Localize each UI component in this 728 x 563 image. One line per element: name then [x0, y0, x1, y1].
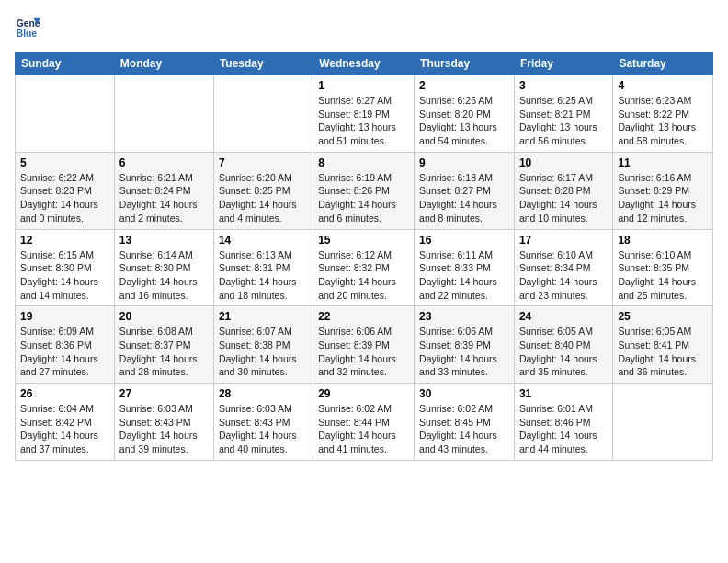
calendar-cell: 11Sunrise: 6:16 AM Sunset: 8:29 PM Dayli… — [613, 152, 713, 229]
weekday-header: Wednesday — [313, 52, 415, 75]
calendar-week-row: 12Sunrise: 6:15 AM Sunset: 8:30 PM Dayli… — [16, 229, 713, 306]
day-number: 15 — [318, 234, 409, 247]
calendar-cell: 5Sunrise: 6:22 AM Sunset: 8:23 PM Daylig… — [16, 152, 115, 229]
weekday-header: Tuesday — [213, 52, 313, 75]
calendar-cell: 28Sunrise: 6:03 AM Sunset: 8:43 PM Dayli… — [213, 384, 313, 461]
calendar-cell: 26Sunrise: 6:04 AM Sunset: 8:42 PM Dayli… — [16, 384, 115, 461]
calendar-cell: 3Sunrise: 6:25 AM Sunset: 8:21 PM Daylig… — [514, 75, 612, 153]
calendar-cell: 10Sunrise: 6:17 AM Sunset: 8:28 PM Dayli… — [514, 152, 612, 229]
day-number: 14 — [219, 234, 308, 247]
day-number: 29 — [318, 387, 409, 400]
day-info: Sunrise: 6:19 AM Sunset: 8:26 PM Dayligh… — [318, 171, 409, 225]
day-number: 27 — [119, 387, 209, 400]
day-number: 23 — [419, 310, 509, 323]
day-info: Sunrise: 6:25 AM Sunset: 8:21 PM Dayligh… — [519, 94, 608, 148]
calendar-cell — [213, 75, 313, 153]
logo-icon: General Blue — [15, 15, 40, 40]
calendar-cell: 12Sunrise: 6:15 AM Sunset: 8:30 PM Dayli… — [16, 229, 115, 306]
day-info: Sunrise: 6:08 AM Sunset: 8:37 PM Dayligh… — [119, 325, 209, 379]
day-info: Sunrise: 6:10 AM Sunset: 8:35 PM Dayligh… — [618, 248, 708, 303]
calendar-week-row: 19Sunrise: 6:09 AM Sunset: 8:36 PM Dayli… — [16, 306, 713, 384]
weekday-header: Saturday — [613, 52, 713, 75]
day-info: Sunrise: 6:09 AM Sunset: 8:36 PM Dayligh… — [20, 325, 109, 379]
calendar-cell: 20Sunrise: 6:08 AM Sunset: 8:37 PM Dayli… — [114, 306, 213, 384]
day-number: 18 — [618, 234, 708, 247]
day-number: 13 — [119, 234, 209, 247]
day-info: Sunrise: 6:27 AM Sunset: 8:19 PM Dayligh… — [318, 94, 409, 148]
calendar-cell: 16Sunrise: 6:11 AM Sunset: 8:33 PM Dayli… — [415, 229, 515, 306]
calendar-table: SundayMondayTuesdayWednesdayThursdayFrid… — [15, 52, 713, 461]
day-info: Sunrise: 6:13 AM Sunset: 8:31 PM Dayligh… — [219, 248, 308, 303]
day-number: 1 — [318, 79, 409, 92]
calendar-week-row: 5Sunrise: 6:22 AM Sunset: 8:23 PM Daylig… — [16, 152, 713, 229]
logo: General Blue — [15, 15, 40, 40]
day-info: Sunrise: 6:26 AM Sunset: 8:20 PM Dayligh… — [419, 94, 509, 148]
weekday-header: Monday — [114, 52, 213, 75]
day-info: Sunrise: 6:02 AM Sunset: 8:44 PM Dayligh… — [318, 402, 409, 456]
calendar-cell: 19Sunrise: 6:09 AM Sunset: 8:36 PM Dayli… — [16, 306, 115, 384]
day-info: Sunrise: 6:05 AM Sunset: 8:41 PM Dayligh… — [618, 325, 708, 379]
calendar-cell — [114, 75, 213, 153]
day-number: 21 — [219, 310, 308, 323]
day-info: Sunrise: 6:23 AM Sunset: 8:22 PM Dayligh… — [618, 94, 708, 148]
calendar-cell: 22Sunrise: 6:06 AM Sunset: 8:39 PM Dayli… — [313, 306, 415, 384]
calendar-week-row: 26Sunrise: 6:04 AM Sunset: 8:42 PM Dayli… — [16, 384, 713, 461]
calendar-cell: 15Sunrise: 6:12 AM Sunset: 8:32 PM Dayli… — [313, 229, 415, 306]
calendar-cell: 14Sunrise: 6:13 AM Sunset: 8:31 PM Dayli… — [213, 229, 313, 306]
day-info: Sunrise: 6:03 AM Sunset: 8:43 PM Dayligh… — [219, 402, 308, 456]
day-number: 10 — [519, 156, 608, 169]
day-number: 19 — [20, 310, 109, 323]
day-number: 24 — [519, 310, 608, 323]
weekday-header: Thursday — [415, 52, 515, 75]
day-info: Sunrise: 6:17 AM Sunset: 8:28 PM Dayligh… — [519, 171, 608, 225]
day-info: Sunrise: 6:11 AM Sunset: 8:33 PM Dayligh… — [419, 248, 509, 303]
calendar-cell: 31Sunrise: 6:01 AM Sunset: 8:46 PM Dayli… — [514, 384, 612, 461]
calendar-cell: 2Sunrise: 6:26 AM Sunset: 8:20 PM Daylig… — [415, 75, 515, 153]
day-number: 6 — [119, 156, 209, 169]
calendar-cell: 18Sunrise: 6:10 AM Sunset: 8:35 PM Dayli… — [613, 229, 713, 306]
day-number: 2 — [419, 79, 509, 92]
day-info: Sunrise: 6:07 AM Sunset: 8:38 PM Dayligh… — [219, 325, 308, 379]
calendar-cell: 4Sunrise: 6:23 AM Sunset: 8:22 PM Daylig… — [613, 75, 713, 153]
day-number: 11 — [618, 156, 708, 169]
day-number: 3 — [519, 79, 608, 92]
calendar-cell: 7Sunrise: 6:20 AM Sunset: 8:25 PM Daylig… — [213, 152, 313, 229]
day-info: Sunrise: 6:22 AM Sunset: 8:23 PM Dayligh… — [20, 171, 109, 225]
page-header: General Blue — [15, 15, 713, 40]
day-number: 28 — [219, 387, 308, 400]
calendar-cell: 23Sunrise: 6:06 AM Sunset: 8:39 PM Dayli… — [415, 306, 515, 384]
calendar-cell: 21Sunrise: 6:07 AM Sunset: 8:38 PM Dayli… — [213, 306, 313, 384]
day-number: 31 — [519, 387, 608, 400]
calendar-cell: 1Sunrise: 6:27 AM Sunset: 8:19 PM Daylig… — [313, 75, 415, 153]
day-number: 12 — [20, 234, 109, 247]
day-info: Sunrise: 6:21 AM Sunset: 8:24 PM Dayligh… — [119, 171, 209, 225]
day-number: 20 — [119, 310, 209, 323]
calendar-cell: 17Sunrise: 6:10 AM Sunset: 8:34 PM Dayli… — [514, 229, 612, 306]
day-info: Sunrise: 6:12 AM Sunset: 8:32 PM Dayligh… — [318, 248, 409, 303]
day-info: Sunrise: 6:06 AM Sunset: 8:39 PM Dayligh… — [419, 325, 509, 379]
calendar-cell: 29Sunrise: 6:02 AM Sunset: 8:44 PM Dayli… — [313, 384, 415, 461]
day-info: Sunrise: 6:05 AM Sunset: 8:40 PM Dayligh… — [519, 325, 608, 379]
calendar-cell — [613, 384, 713, 461]
day-info: Sunrise: 6:18 AM Sunset: 8:27 PM Dayligh… — [419, 171, 509, 225]
day-number: 8 — [318, 156, 409, 169]
day-info: Sunrise: 6:10 AM Sunset: 8:34 PM Dayligh… — [519, 248, 608, 303]
day-info: Sunrise: 6:03 AM Sunset: 8:43 PM Dayligh… — [119, 402, 209, 456]
calendar-cell: 30Sunrise: 6:02 AM Sunset: 8:45 PM Dayli… — [415, 384, 515, 461]
svg-text:Blue: Blue — [17, 29, 38, 39]
calendar-cell: 27Sunrise: 6:03 AM Sunset: 8:43 PM Dayli… — [114, 384, 213, 461]
calendar-header: SundayMondayTuesdayWednesdayThursdayFrid… — [16, 52, 713, 75]
day-number: 9 — [419, 156, 509, 169]
day-number: 4 — [618, 79, 708, 92]
calendar-cell: 25Sunrise: 6:05 AM Sunset: 8:41 PM Dayli… — [613, 306, 713, 384]
day-number: 7 — [219, 156, 308, 169]
day-info: Sunrise: 6:04 AM Sunset: 8:42 PM Dayligh… — [20, 402, 109, 456]
calendar-week-row: 1Sunrise: 6:27 AM Sunset: 8:19 PM Daylig… — [16, 75, 713, 153]
day-info: Sunrise: 6:15 AM Sunset: 8:30 PM Dayligh… — [20, 248, 109, 303]
day-info: Sunrise: 6:14 AM Sunset: 8:30 PM Dayligh… — [119, 248, 209, 303]
weekday-header: Friday — [514, 52, 612, 75]
day-number: 25 — [618, 310, 708, 323]
calendar-cell: 24Sunrise: 6:05 AM Sunset: 8:40 PM Dayli… — [514, 306, 612, 384]
day-info: Sunrise: 6:01 AM Sunset: 8:46 PM Dayligh… — [519, 402, 608, 456]
day-info: Sunrise: 6:20 AM Sunset: 8:25 PM Dayligh… — [219, 171, 308, 225]
